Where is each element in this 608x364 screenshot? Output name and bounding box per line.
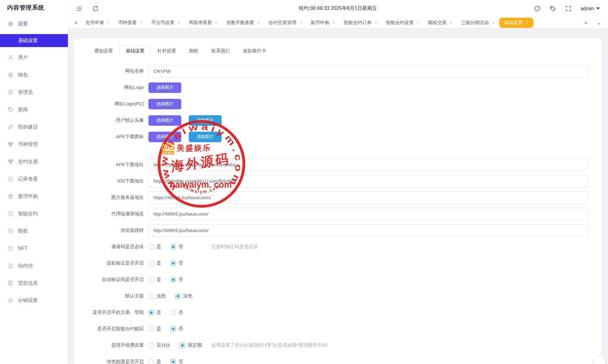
radio-icon[interactable] [148,261,154,266]
radio-option[interactable]: 是 [148,326,161,332]
sidebar-item-10[interactable]: 新币申购 [0,188,68,205]
tab-6[interactable]: 新币申购× [307,18,339,28]
sidebar-item-2[interactable]: 用户 [0,49,68,66]
sidebar-item-6[interactable]: 投拆建议 [0,118,68,136]
tab-1[interactable]: 币种查看× [114,18,147,28]
sidebar-item-5[interactable]: 新闻 [0,101,68,118]
tab-8[interactable]: 智能合约设置× [382,18,423,28]
sidebar-item-11[interactable]: 智能合约 [0,205,68,222]
radio-icon[interactable] [148,326,154,332]
close-icon[interactable]: × [215,20,218,25]
radio-icon[interactable] [170,310,176,315]
text-input[interactable] [148,159,588,171]
radio-option[interactable]: 深色 [175,293,192,299]
tab-9[interactable]: 期权交易× [424,18,456,28]
close-icon[interactable]: × [107,20,109,25]
radio-option[interactable]: 固定额 [180,342,202,348]
radio-icon[interactable] [148,277,154,283]
radio-icon[interactable] [148,359,154,364]
close-icon[interactable]: × [526,20,528,25]
close-icon[interactable]: × [299,20,302,25]
radio-icon[interactable] [170,244,176,250]
radio-option[interactable]: 否 [170,260,183,266]
sidebar-item-4[interactable]: 管理员 [0,84,68,101]
tab-5[interactable]: 合约交易管理× [264,18,306,28]
text-input[interactable] [148,208,588,220]
text-input[interactable] [148,175,588,187]
choose-image-button[interactable]: 选择图片 [148,82,181,93]
content-tab-0[interactable]: 通知设置 [88,45,119,57]
user-menu[interactable]: admin [580,6,600,11]
refresh-icon[interactable] [92,5,99,12]
choose-image-button[interactable]: 选择图片 [148,115,181,126]
close-icon[interactable]: × [333,20,335,25]
sidebar-item-13[interactable]: NFT [0,240,68,257]
tab-3[interactable]: 风险率查看× [185,18,222,28]
sidebar-item-3[interactable]: 钱包 [0,66,68,84]
tab-0[interactable]: 充币申请× [81,18,113,28]
content-tab-2[interactable]: 杠杆设置 [151,45,183,57]
sidebar-item-12[interactable]: 期权 [0,222,68,240]
floating-button[interactable] [593,356,606,364]
tab-10[interactable]: 三级分销活动× [457,18,498,28]
close-icon[interactable]: × [492,20,494,25]
tab-11[interactable]: 基础设置× [499,18,533,28]
tab-4[interactable]: 倍数手数查看× [222,18,264,28]
radio-option[interactable]: 是 [148,309,161,315]
sidebar-item-1[interactable]: 基础设置 [0,34,68,47]
radio-option[interactable]: 是 [148,277,161,283]
radio-option[interactable]: 是 [148,244,161,250]
text-input[interactable] [148,224,588,237]
radio-option[interactable]: 否 [170,359,183,364]
radio-icon[interactable] [170,261,176,266]
radio-option[interactable]: 百分比 [148,342,170,348]
content-tab-4[interactable]: 联系我们 [205,45,236,57]
clear-image-button[interactable]: 清除图片 [189,132,222,142]
close-icon[interactable]: × [375,20,377,25]
text-input[interactable] [148,191,588,204]
close-icon[interactable]: × [450,20,452,25]
radio-icon[interactable] [148,293,154,299]
radio-icon[interactable] [170,359,176,364]
sidebar-item-16[interactable]: 分销设置 [0,292,68,309]
tab-7[interactable]: 智能合约订单× [340,18,381,28]
radio-icon[interactable] [180,343,185,348]
radio-option[interactable]: 否 [170,244,183,250]
sidebar-item-9[interactable]: 记录查看 [0,170,68,188]
radio-icon[interactable] [170,326,176,332]
sidebar-item-0[interactable]: 设置 [0,15,68,33]
chevron-down-icon[interactable]: ⌄ [595,20,603,26]
choose-image-button[interactable]: 选择图片 [148,99,181,109]
palette-icon[interactable] [534,5,541,12]
close-icon[interactable]: × [417,20,419,25]
content-tab-3[interactable]: 期权 [183,45,205,57]
tag-icon[interactable] [549,5,556,12]
radio-option[interactable]: 否 [170,326,183,332]
sidebar-item-7[interactable]: 币种管理 [0,136,68,153]
radio-option[interactable]: 是 [148,260,161,266]
choose-image-button[interactable]: 选择图片 [148,132,181,142]
radio-icon[interactable] [148,343,154,348]
radio-icon[interactable] [148,244,154,250]
sidebar-item-14[interactable]: 站内信 [0,257,68,274]
close-icon[interactable]: × [140,20,143,25]
close-icon[interactable]: × [178,20,180,25]
chevrons-right-icon[interactable]: » [583,20,589,26]
radio-option[interactable]: 否 [170,277,183,283]
collapse-menu-icon[interactable] [76,5,83,12]
radio-icon[interactable] [175,293,181,299]
radio-option[interactable]: 否 [170,309,183,315]
sidebar-item-15[interactable]: 贷款信息 [0,274,68,292]
content-tab-1[interactable]: 基础设置 [119,45,151,57]
fullscreen-icon[interactable] [565,5,572,12]
radio-option[interactable]: 是 [148,359,161,364]
radio-icon[interactable] [170,277,176,283]
radio-icon[interactable] [148,310,154,315]
radio-option[interactable]: 浅色 [148,293,166,299]
sidebar-item-8[interactable]: 合约交易 [0,153,68,170]
text-input[interactable] [148,65,588,77]
clear-image-button[interactable]: 清除图片 [189,115,222,126]
close-icon[interactable]: × [257,20,260,25]
tab-2[interactable]: 平台币设置× [147,18,184,28]
chevrons-left-icon[interactable]: « [73,20,79,26]
